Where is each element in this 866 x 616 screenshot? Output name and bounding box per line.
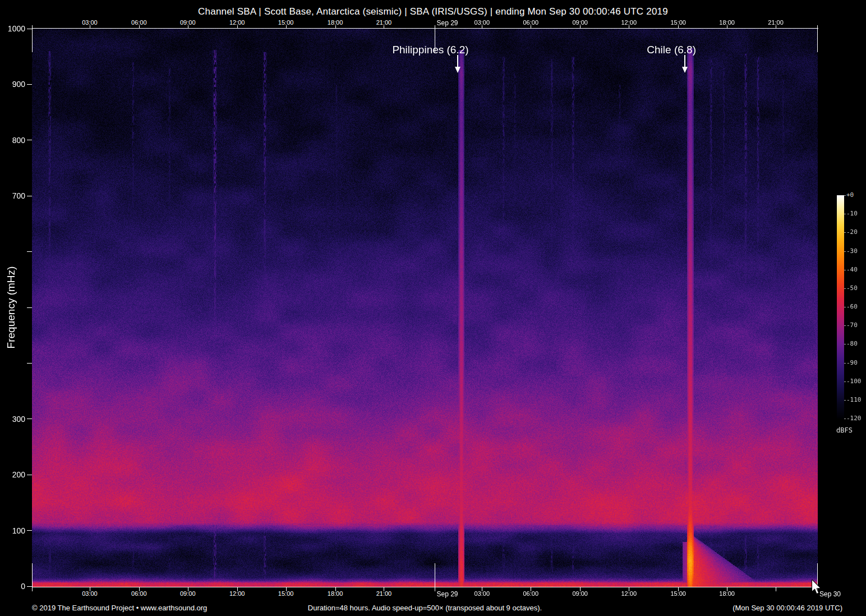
x-tick-label: 18:00 (719, 19, 735, 26)
colorbar-tick (844, 270, 846, 270)
y-axis-title: Frequency (mHz) (5, 266, 17, 349)
y-tick (27, 307, 32, 308)
x-tick-label: 12:00 (621, 19, 637, 26)
colorbar-tick (844, 214, 846, 214)
x-tick-label: 03:00 (82, 19, 98, 26)
colorbar-tick-label: -80 (846, 340, 858, 347)
x-day-tick (32, 29, 33, 52)
annotation-arrow-icon (681, 54, 689, 74)
colorbar-tick-label: -50 (846, 284, 858, 292)
y-tick-label: 200 (0, 470, 25, 479)
y-tick (27, 475, 32, 475)
x-tick-label: 06:00 (523, 590, 539, 597)
y-tick (27, 84, 32, 85)
footer-timestamp: (Mon Sep 30 00:00:46 2019 UTC) (733, 604, 842, 612)
colorbar-tick (844, 288, 846, 289)
y-tick (27, 196, 32, 196)
colorbar-tick-label: -40 (846, 266, 858, 273)
colorbar-tick-label: -70 (846, 321, 858, 329)
colorbar-tick (844, 232, 846, 233)
x-day-tick (32, 563, 33, 587)
y-tick (27, 530, 32, 531)
y-tick-label: 300 (0, 415, 25, 424)
y-tick (27, 251, 32, 252)
x-tick (776, 587, 776, 591)
x-tick-label: 12:00 (621, 590, 637, 597)
colorbar-tick-label: +0 (846, 191, 854, 199)
y-tick (27, 140, 32, 140)
colorbar-unit-label: dBFS (836, 426, 853, 434)
x-tick-label: 12:00 (229, 590, 245, 597)
x-tick-label: 03:00 (82, 590, 98, 597)
x-tick-label: 09:00 (572, 590, 588, 597)
colorbar-tick-label: -30 (846, 247, 858, 255)
y-tick-label: 800 (0, 136, 25, 145)
colorbar-tick-label: -100 (846, 378, 862, 385)
spectrogram-app: Channel SBA | Scott Base, Antarctica (se… (0, 0, 866, 616)
x-tick-label: 06:00 (131, 590, 147, 597)
x-tick (435, 587, 435, 591)
spectrogram-canvas (32, 29, 818, 587)
x-tick-label: 06:00 (523, 19, 539, 26)
x-tick-label: 21:00 (376, 19, 392, 26)
y-tick-label: 1000 (0, 24, 25, 33)
colorbar-tick-label: -90 (846, 359, 858, 366)
colorbar-tick-label: -10 (846, 210, 858, 217)
y-tick (27, 586, 32, 587)
x-tick-label: 21:00 (768, 19, 784, 26)
colorbar-tick-label: -110 (846, 396, 862, 403)
bottom-axis-line (32, 587, 818, 587)
x-tick (435, 25, 435, 28)
x-tick-label: 15:00 (278, 590, 294, 597)
x-tick-label: 03:00 (475, 19, 490, 26)
x-tick-label: 12:00 (229, 19, 245, 26)
x-tick-label: 15:00 (670, 19, 686, 26)
y-tick-label: 900 (0, 80, 25, 89)
footer-duration: Duration=48 hours. Audio speed-up=500× (… (32, 604, 818, 612)
x-day-tick (817, 29, 818, 52)
x-tick-label: 15:00 (278, 19, 294, 26)
y-tick (27, 419, 32, 419)
colorbar-tick (844, 325, 846, 326)
colorbar-tick-label: -20 (846, 228, 858, 236)
colorbar-tick-label: -60 (846, 303, 858, 310)
x-tick-label: Sep 29 (437, 19, 458, 27)
x-tick-label: 18:00 (328, 19, 343, 26)
top-axis-line (32, 28, 818, 29)
x-tick-label: 06:00 (131, 19, 147, 26)
y-tick (27, 29, 32, 29)
colorbar-tick (844, 400, 846, 401)
x-tick-label: 09:00 (180, 19, 196, 26)
x-tick-label: Sep 30 (819, 590, 841, 598)
x-tick-label: 18:00 (328, 590, 343, 597)
page-title: Channel SBA | Scott Base, Antarctica (se… (0, 6, 866, 17)
x-tick-label: Sep 29 (437, 590, 458, 598)
colorbar-tick (844, 307, 846, 307)
y-tick (27, 363, 32, 364)
x-tick-label: 18:00 (719, 590, 735, 597)
colorbar-tick (844, 363, 846, 364)
colorbar-tick-label: -120 (846, 415, 862, 422)
x-tick-label: 15:00 (670, 590, 686, 597)
mouse-cursor-icon (811, 580, 821, 595)
y-tick-label: 0 (0, 582, 25, 591)
colorbar-tick (844, 419, 846, 419)
x-tick-label: 03:00 (475, 590, 490, 597)
x-day-tick (435, 563, 435, 587)
x-tick-label: 09:00 (180, 590, 196, 597)
x-tick (32, 587, 33, 591)
colorbar-tick (844, 344, 846, 344)
x-tick (817, 25, 818, 28)
x-tick-label: 21:00 (376, 590, 392, 597)
y-tick-label: 700 (0, 191, 25, 200)
colorbar-tick (844, 251, 846, 252)
x-tick-label: 09:00 (572, 19, 588, 26)
colorbar-tick (844, 195, 846, 196)
x-tick (32, 25, 33, 28)
y-tick-label: 100 (0, 526, 25, 535)
colorbar-gradient (837, 195, 844, 419)
colorbar-tick (844, 381, 846, 382)
annotation-arrow-icon (454, 54, 462, 74)
